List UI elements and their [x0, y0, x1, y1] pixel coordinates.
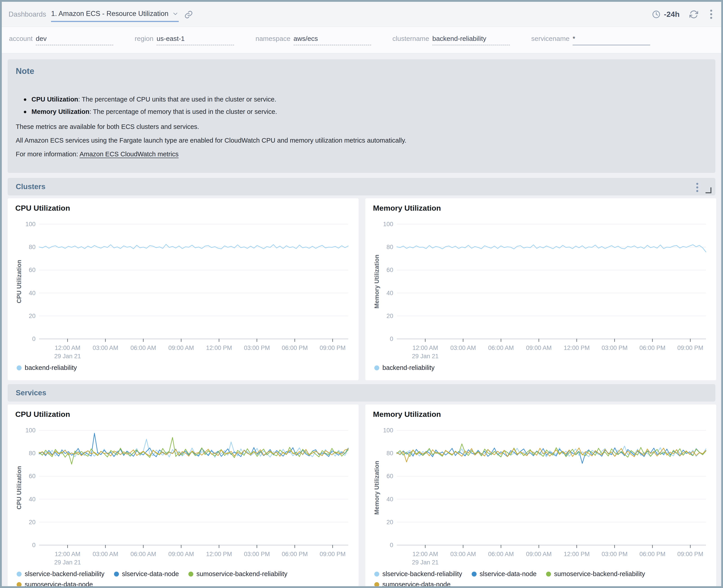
svg-text:12:00 PM: 12:00 PM — [564, 344, 590, 351]
svg-text:100: 100 — [383, 427, 393, 434]
svg-text:09:00 PM: 09:00 PM — [320, 551, 346, 558]
chart-canvas[interactable]: 10080604020012:00 AM29 Jan 2103:00 AM06:… — [15, 422, 351, 569]
legend-item[interactable]: slservice-data-node — [114, 570, 179, 578]
legend-item[interactable]: backend-reliability — [17, 364, 77, 372]
kebab-menu-icon[interactable] — [708, 8, 715, 20]
breadcrumb[interactable]: Dashboards — [8, 10, 46, 18]
svg-text:12:00 PM: 12:00 PM — [564, 551, 590, 558]
filter-label: servicename — [531, 35, 569, 42]
svg-text:100: 100 — [25, 221, 36, 228]
svg-text:Memory Utilization: Memory Utilization — [374, 461, 380, 514]
svg-text:09:00 PM: 09:00 PM — [320, 344, 346, 351]
svg-text:29 Jan 21: 29 Jan 21 — [54, 559, 81, 566]
svg-text:09:00 AM: 09:00 AM — [168, 344, 194, 351]
legend-label: backend-reliability — [25, 364, 77, 372]
legend-swatch — [374, 582, 379, 587]
svg-text:40: 40 — [386, 290, 393, 296]
legend-swatch — [188, 572, 193, 576]
filter-value-input[interactable]: * — [573, 35, 650, 45]
section-title: Services — [16, 388, 46, 397]
filter-value-input[interactable]: aws/ecs — [294, 35, 371, 45]
svg-text:03:00 AM: 03:00 AM — [450, 344, 476, 351]
legend-item[interactable]: slservice-backend-reliability — [17, 570, 104, 578]
legend-item[interactable]: backend-reliability — [374, 364, 435, 372]
link-icon[interactable] — [184, 10, 193, 19]
dashboard-title-dropdown[interactable]: 1. Amazon ECS - Resource Utilization — [51, 10, 179, 22]
svg-text:06:00 AM: 06:00 AM — [488, 551, 514, 558]
chart-plot-area: 10080604020012:00 AM29 Jan 2103:00 AM06:… — [373, 422, 709, 570]
note-bullet: CPU Utilization: The percentage of CPU u… — [16, 96, 707, 103]
svg-text:06:00 AM: 06:00 AM — [130, 551, 156, 558]
resize-corner-icon[interactable] — [705, 186, 712, 194]
filter-value-input[interactable]: dev — [36, 35, 113, 45]
chart-plot-area: 10080604020012:00 AM29 Jan 2103:00 AM06:… — [15, 422, 351, 570]
clock-icon — [652, 10, 661, 19]
section-title: Clusters — [16, 182, 45, 191]
svg-text:03:00 PM: 03:00 PM — [244, 551, 270, 558]
svg-text:09:00 PM: 09:00 PM — [677, 551, 703, 558]
svg-text:06:00 PM: 06:00 PM — [282, 344, 308, 351]
legend-label: backend-reliability — [382, 364, 435, 372]
svg-text:0: 0 — [32, 336, 36, 342]
filter-namespace: namespaceaws/ecs — [255, 35, 371, 45]
svg-text:03:00 PM: 03:00 PM — [602, 344, 628, 351]
header-actions: -24h — [652, 8, 715, 20]
chart-plot-area: 10080604020012:00 AM29 Jan 2103:00 AM06:… — [373, 216, 709, 364]
refresh-icon[interactable] — [689, 10, 699, 19]
legend-item[interactable]: sumoservice-backend-reliability — [188, 570, 287, 578]
svg-text:09:00 AM: 09:00 AM — [168, 551, 194, 558]
svg-text:CPU Utilization: CPU Utilization — [16, 260, 22, 303]
svg-text:80: 80 — [29, 450, 36, 457]
svg-text:29 Jan 21: 29 Jan 21 — [412, 559, 439, 566]
svg-text:06:00 AM: 06:00 AM — [488, 344, 514, 351]
note-paragraph: These metrics are available for both ECS… — [16, 123, 707, 130]
legend-item[interactable]: sumoservice-data-node — [17, 581, 93, 588]
svg-text:12:00 PM: 12:00 PM — [206, 551, 232, 558]
chart-plot-area: 10080604020012:00 AM29 Jan 2103:00 AM06:… — [15, 216, 351, 364]
svg-text:03:00 PM: 03:00 PM — [602, 551, 628, 558]
svg-text:09:00 AM: 09:00 AM — [526, 344, 552, 351]
svg-text:Memory Utilization: Memory Utilization — [374, 254, 380, 308]
svg-text:09:00 AM: 09:00 AM — [526, 551, 552, 558]
legend-item[interactable]: slservice-backend-reliability — [374, 570, 462, 578]
chart-canvas[interactable]: 10080604020012:00 AM29 Jan 2103:00 AM06:… — [373, 422, 709, 569]
filter-value-input[interactable]: backend-reliability — [432, 35, 510, 45]
svg-text:20: 20 — [29, 519, 36, 526]
svg-text:03:00 AM: 03:00 AM — [450, 551, 476, 558]
filter-label: account — [9, 35, 33, 42]
legend-label: sumoservice-data-node — [382, 581, 450, 588]
legend-swatch — [17, 365, 22, 370]
chevron-down-icon — [172, 10, 179, 17]
cloudwatch-metrics-link[interactable]: Amazon ECS CloudWatch metrics — [80, 150, 179, 158]
chart-canvas[interactable]: 10080604020012:00 AM29 Jan 2103:00 AM06:… — [15, 216, 351, 363]
svg-text:12:00 PM: 12:00 PM — [206, 344, 232, 351]
filter-account: accountdev — [9, 35, 113, 45]
legend-item[interactable]: slservice-data-node — [471, 570, 537, 578]
svg-text:40: 40 — [29, 496, 36, 503]
time-range-button[interactable]: -24h — [652, 10, 680, 19]
section-bar-clusters: Clusters — [8, 178, 715, 195]
chart-panel-services-memory: Memory Utilization 10080604020012:00 AM2… — [365, 404, 716, 586]
svg-text:CPU Utilization: CPU Utilization — [16, 466, 22, 510]
note-more-info: For more information: Amazon ECS CloudWa… — [16, 150, 707, 158]
legend-label: sumoservice-data-node — [25, 581, 93, 588]
filter-label: region — [135, 35, 153, 42]
filter-bar: accountdevregionus-east-1namespaceaws/ec… — [2, 27, 721, 54]
filter-value-input[interactable]: us-east-1 — [157, 35, 234, 45]
dashboard-content: Note CPU Utilization: The percentage of … — [2, 54, 721, 586]
note-bullet-list: CPU Utilization: The percentage of CPU u… — [16, 96, 707, 115]
chart-title: CPU Utilization — [15, 410, 351, 420]
page-title: 1. Amazon ECS - Resource Utilization — [51, 10, 168, 18]
svg-text:12:00 AM: 12:00 AM — [55, 344, 80, 351]
legend-item[interactable]: sumoservice-backend-reliability — [546, 570, 645, 578]
kebab-menu-icon[interactable] — [694, 182, 701, 193]
chart-title: CPU Utilization — [15, 204, 351, 214]
svg-text:40: 40 — [29, 290, 36, 296]
chart-canvas[interactable]: 10080604020012:00 AM29 Jan 2103:00 AM06:… — [373, 216, 709, 363]
app-header: Dashboards 1. Amazon ECS - Resource Util… — [2, 2, 721, 27]
svg-text:60: 60 — [386, 267, 393, 273]
svg-text:80: 80 — [386, 244, 393, 250]
svg-text:80: 80 — [29, 244, 36, 250]
legend-item[interactable]: sumoservice-data-node — [374, 581, 450, 588]
chart-panel-clusters-memory: Memory Utilization 10080604020012:00 AM2… — [365, 198, 716, 380]
